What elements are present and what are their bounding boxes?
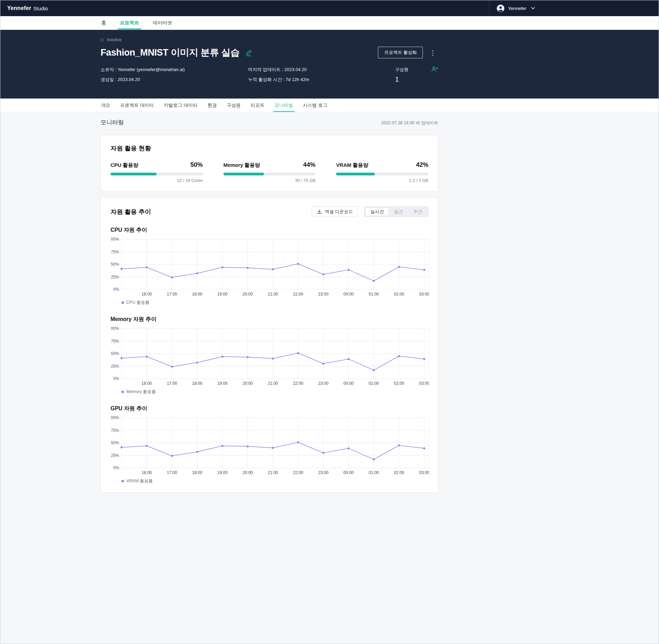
svg-text:00:00: 00:00: [343, 381, 354, 386]
svg-text:25%: 25%: [111, 275, 119, 279]
topbar: Yennefer Studio Yennefer: [0, 0, 659, 16]
svg-text:20:00: 20:00: [242, 381, 253, 386]
usage-item-vram: VRAM 활용량 42% 1.2 / 3 GB: [336, 161, 428, 183]
svg-text:50%: 50%: [111, 351, 119, 356]
svg-text:03:00: 03:00: [419, 470, 429, 475]
nav-tab-home[interactable]: 홈: [101, 16, 107, 30]
svg-text:19:00: 19:00: [217, 292, 228, 297]
svg-text:21:00: 21:00: [268, 381, 278, 386]
svg-text:22:00: 22:00: [293, 292, 303, 297]
status-badge: Inactive: [101, 37, 438, 42]
svg-text:18:00: 18:00: [192, 470, 202, 475]
edit-title-button[interactable]: [245, 49, 253, 56]
tab-members[interactable]: 구성원: [227, 99, 241, 112]
range-weekly[interactable]: 주간: [408, 207, 427, 216]
range-toggle: 실시간 일간 주간: [364, 206, 428, 217]
svg-text:01:00: 01:00: [369, 292, 379, 297]
svg-text:75%: 75%: [111, 339, 119, 344]
excel-download-button[interactable]: 엑셀 다운로드: [312, 206, 358, 217]
memory-line-chart: 0%25%50%75%100%16:0017:0018:0019:0020:00…: [111, 326, 428, 388]
svg-text:02:00: 02:00: [394, 381, 404, 386]
svg-text:00:00: 00:00: [343, 292, 354, 297]
usage-percent: 50%: [190, 161, 203, 169]
activate-project-button[interactable]: 프로젝트 활성화: [378, 47, 423, 58]
page-title: Fashion_MNIST 이미지 분류 실습: [101, 46, 240, 59]
last-updated-text: 마지막 업데이트 : 2023.04.20: [248, 67, 394, 73]
monitoring-title: 모니터링: [101, 118, 124, 126]
svg-text:03:00: 03:00: [419, 292, 429, 297]
tab-catalog-data[interactable]: 카탈로그 데이터: [163, 99, 198, 112]
nav-tab-datasets[interactable]: 데이터셋: [152, 16, 173, 30]
resource-usage-card: 자원 활용 현황 CPU 활용량 50% 12 / 24 Cores: [101, 135, 438, 192]
svg-text:75%: 75%: [111, 428, 119, 433]
line-chart: 0%25%50%75%100%16:0017:0018:0019:0020:00…: [111, 237, 429, 298]
svg-text:0%: 0%: [113, 465, 119, 470]
usage-label: Memory 활용량: [223, 162, 260, 169]
download-label: 엑셀 다운로드: [325, 209, 353, 215]
chart-title: GPU 자원 추이: [111, 405, 428, 412]
usage-percent: 42%: [416, 161, 428, 169]
trend-card-title: 자원 활용 추이: [111, 208, 151, 216]
legend-dot: [122, 301, 124, 304]
range-daily[interactable]: 일간: [389, 207, 408, 216]
tab-overview[interactable]: 개요: [101, 99, 111, 112]
status-dot-icon: [101, 38, 104, 42]
progress-track: [336, 173, 428, 175]
cpu-trend-section: CPU 자원 추이 0%25%50%75%100%16:0017:0018:00…: [111, 227, 428, 306]
legend-label: CPU 활용률: [126, 300, 149, 306]
svg-text:21:00: 21:00: [268, 292, 278, 297]
status-label: Inactive: [107, 37, 122, 42]
project-hero: Inactive Fashion_MNIST 이미지 분류 실습 프로젝트 활성…: [0, 30, 659, 99]
svg-text:17:00: 17:00: [167, 292, 177, 297]
user-name: Yennefer: [508, 6, 527, 11]
tab-monitoring[interactable]: 모니터링: [274, 99, 293, 112]
tab-reports[interactable]: 리포트: [250, 99, 265, 112]
chart-legend: CPU 활용률: [122, 300, 428, 306]
svg-text:02:00: 02:00: [394, 292, 404, 297]
svg-text:23:00: 23:00: [318, 292, 328, 297]
nav-tab-projects[interactable]: 프로젝트: [119, 16, 140, 30]
svg-text:100%: 100%: [111, 416, 119, 420]
svg-text:23:00: 23:00: [318, 470, 328, 475]
svg-text:19:00: 19:00: [217, 470, 228, 475]
usage-card-title: 자원 활용 현황: [111, 144, 428, 152]
usage-item-memory: Memory 활용량 44% 30 / 75 GB: [223, 161, 316, 183]
svg-text:50%: 50%: [111, 262, 119, 267]
svg-text:21:00: 21:00: [268, 470, 278, 475]
updated-timestamp: 2022.07.28 14:30 에 업데이트: [381, 120, 438, 126]
members-count: 1: [395, 76, 438, 83]
range-realtime[interactable]: 실시간: [365, 207, 389, 216]
add-member-button[interactable]: [431, 66, 438, 72]
svg-text:01:00: 01:00: [369, 470, 379, 475]
brand-secondary: Studio: [33, 5, 48, 11]
svg-text:19:00: 19:00: [217, 381, 228, 386]
avatar-icon: [496, 4, 505, 13]
svg-text:50%: 50%: [111, 440, 119, 445]
tab-project-data[interactable]: 프로젝트 데이터: [120, 99, 154, 112]
chart-legend: Memory 활용률: [122, 389, 428, 395]
user-menu[interactable]: Yennefer: [489, 0, 539, 16]
monitoring-content: 모니터링 2022.07.28 14:30 에 업데이트 자원 활용 현황 CP…: [0, 112, 659, 644]
svg-text:17:00: 17:00: [167, 381, 177, 386]
download-icon: [317, 209, 322, 214]
usage-label: VRAM 활용량: [336, 162, 368, 169]
project-meta: 소유자 : Yennefer (yennefer@mondrian.ai) 생성…: [101, 67, 438, 83]
active-time-text: 누적 활성화 시간 : 7d 12h 42m: [248, 77, 394, 83]
svg-text:20:00: 20:00: [242, 292, 253, 297]
gpu-trend-section: GPU 자원 추이 0%25%50%75%100%16:0017:0018:00…: [111, 405, 428, 484]
legend-dot: [122, 480, 124, 482]
usage-percent: 44%: [303, 161, 315, 169]
svg-text:16:00: 16:00: [141, 292, 152, 297]
svg-text:75%: 75%: [111, 250, 119, 254]
legend-label: VRAM 활용률: [126, 478, 153, 484]
tab-environment[interactable]: 환경: [207, 99, 217, 112]
line-chart: 0%25%50%75%100%16:0017:0018:0019:0020:00…: [111, 416, 429, 476]
svg-text:100%: 100%: [111, 326, 119, 331]
usage-detail: 12 / 24 Cores: [111, 178, 203, 183]
chart-title: Memory 자원 추이: [111, 316, 428, 323]
page: Yennefer Studio Yennefer 홈 프로젝트: [0, 0, 659, 644]
owner-text: 소유자 : Yennefer (yennefer@mondrian.ai): [101, 67, 248, 73]
usage-detail: 30 / 75 GB: [223, 178, 316, 183]
tab-system-logs[interactable]: 시스템 로그: [303, 99, 328, 112]
kebab-menu-button[interactable]: ⋮: [428, 48, 438, 57]
